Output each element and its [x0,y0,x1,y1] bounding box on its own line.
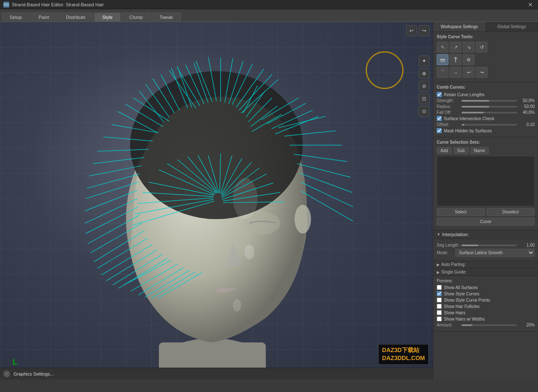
auto-parting-label: Auto Parting: [441,262,466,267]
svg-point-4 [295,205,311,233]
show-all-surfaces-checkbox[interactable] [437,285,442,290]
tab-paint[interactable]: Paint [31,13,57,21]
seg-length-slider[interactable] [462,245,517,246]
curve-set-button[interactable]: Curve [437,218,535,226]
tab-clump[interactable]: Clump [121,13,151,21]
axis-indicator: L [13,358,17,367]
show-hair-follicles-checkbox[interactable] [437,304,442,309]
perspective-button[interactable]: ⊙ [419,106,430,117]
tab-workspace-settings[interactable]: Workspace Settings [433,22,486,32]
sub-set-button[interactable]: Sub [454,147,469,154]
svg-rect-93 [440,59,445,60]
retain-curve-lengths-row: Retain Curve Lengths [437,92,535,97]
tab-style[interactable]: Style [94,13,120,21]
fit-button[interactable]: ⊡ [419,93,430,104]
auto-parting-header[interactable]: ▶ Auto Parting: [433,261,538,268]
undo-redo-group: ↩ ↪ [406,25,430,36]
offset-slider[interactable] [462,124,517,126]
graphics-settings-button[interactable]: Graphics Settings... [13,371,54,376]
amount-value: 20% [519,323,535,327]
transform-tool-button[interactable]: ✦ [419,55,430,66]
tab-distribute[interactable]: Distribute [58,13,93,21]
bend-tool-button[interactable]: ⌒ [437,67,448,78]
retain-curve-lengths-label: Retain Curve Lengths [444,92,485,97]
single-guide-header[interactable]: ▶ Single Guide: [433,268,538,276]
pan-button[interactable]: ⊘ [419,81,430,92]
retain-curve-lengths-checkbox[interactable] [437,92,442,97]
style-curve-tools-section: Style Curve Tools: ↖ ↗ ↘ ↺ ⚙ ⌒ ⌣ ↩ [433,32,538,82]
surface-intersection-checkbox[interactable] [437,116,442,121]
radius-label: Radius: [437,104,460,109]
tool-row-2: ⚙ [437,54,535,65]
falloff-value: 40.0% [519,110,535,115]
mode-dropdown[interactable]: Surface Lattice Smooth Linear Cubic [455,249,535,257]
show-hairs-w-widths-row: Show Hairs w/ Widths [437,316,535,321]
brush-circle [366,51,404,89]
amount-row: Amount: 20% [437,323,535,327]
falloff-label: Fall Off: [437,110,460,115]
comb-curves-section: Comb Curves: Retain Curve Lengths Streng… [433,82,538,137]
move-tool-button[interactable]: ↗ [450,42,462,53]
amount-slider[interactable] [462,324,517,326]
zoom-button[interactable]: ⊕ [419,68,430,79]
tool-row-3: ⌒ ⌣ ↩ ↪ [437,67,535,78]
deselect-set-button[interactable]: Deselect [487,208,535,216]
tab-tweak[interactable]: Tweak [152,13,181,21]
info-icon[interactable]: i [3,371,10,377]
settings-tool-button[interactable]: ⚙ [463,54,475,65]
preview-label: Preview: [437,279,535,283]
smooth-tool-button[interactable]: ⌣ [450,67,462,78]
select-tool-button[interactable]: ↖ [437,42,448,53]
falloff-slider[interactable] [462,112,517,113]
add-set-button[interactable]: Add [437,147,452,154]
tab-bar: Setup Paint Distribute Style Clump Tweak [0,9,538,22]
redo-tool-button[interactable]: ↪ [476,67,488,78]
offset-value: 0.10 [519,122,535,127]
refresh-tool-button[interactable]: ↺ [476,42,488,53]
selection-set-area [437,156,535,206]
length-tool-button[interactable] [450,54,462,65]
single-guide-arrow: ▶ [437,270,440,274]
show-style-curve-points-checkbox[interactable] [437,297,442,303]
svg-rect-94 [440,60,441,62]
show-style-curves-checkbox[interactable] [437,291,442,296]
tool-row-1: ↖ ↗ ↘ ↺ [437,42,535,53]
close-button[interactable]: ✕ [526,1,535,8]
show-style-curves-row: Show Style Curves [437,291,535,296]
show-hair-follicles-row: Show Hair Follicles [437,304,535,309]
viewport-toolbar: ✦ ⊕ ⊘ ⊡ ⊙ [419,55,430,117]
svg-line-47 [301,182,353,207]
title-bar: DS Strand-Based Hair Editor: Strand-Base… [0,0,538,9]
undo-tool-button[interactable]: ↩ [463,67,475,78]
seg-length-value: 1.00 [519,243,535,247]
name-set-button[interactable]: Name [470,147,489,154]
show-hairs-checkbox[interactable] [437,310,442,315]
comb-tool-button[interactable] [437,54,448,65]
show-style-curve-points-row: Show Style Curve Points [437,297,535,303]
tab-global-settings[interactable]: Global Settings [486,22,538,32]
show-all-surfaces-row: Show All Surfaces [437,285,535,290]
bottom-bar: i Graphics Settings... [0,368,433,379]
tab-setup[interactable]: Setup [2,13,30,21]
rotate-tool-button[interactable]: ↘ [463,42,475,53]
show-hairs-w-widths-checkbox[interactable] [437,316,442,321]
radius-row: Radius: 50.00 [437,104,535,109]
undo-button[interactable]: ↩ [406,25,417,36]
radius-slider[interactable] [462,106,517,108]
select-set-button[interactable]: Select [437,208,485,216]
main-layout: ↩ ↪ ✦ ⊕ ⊘ ⊡ ⊙ L DAZ3D下载站 DAZ3DDL.COM i G… [0,22,538,379]
mask-hidden-checkbox[interactable] [437,128,442,133]
curve-bottom-btn-row: Curve [437,218,535,226]
mode-row: Mode: Surface Lattice Smooth Linear Cubi… [437,249,535,257]
interpolation-header[interactable]: ▼ Interpolation: [433,230,538,239]
viewport[interactable]: ↩ ↪ ✦ ⊕ ⊘ ⊡ ⊙ L DAZ3D下载站 DAZ3DDL.COM i G… [0,22,433,379]
strength-slider[interactable] [462,100,517,102]
show-hair-follicles-label: Show Hair Follicles [444,304,480,309]
curve-selection-sets-title: Curve Selection Sets: [437,140,535,145]
svg-line-44 [294,154,347,162]
window-title: Strand-Based Hair Editor: Strand-Based H… [12,2,104,7]
mode-label: Mode: [437,250,454,255]
redo-button[interactable]: ↪ [419,25,430,36]
show-style-curves-label: Show Style Curves [444,292,479,296]
amount-label: Amount: [437,323,460,327]
